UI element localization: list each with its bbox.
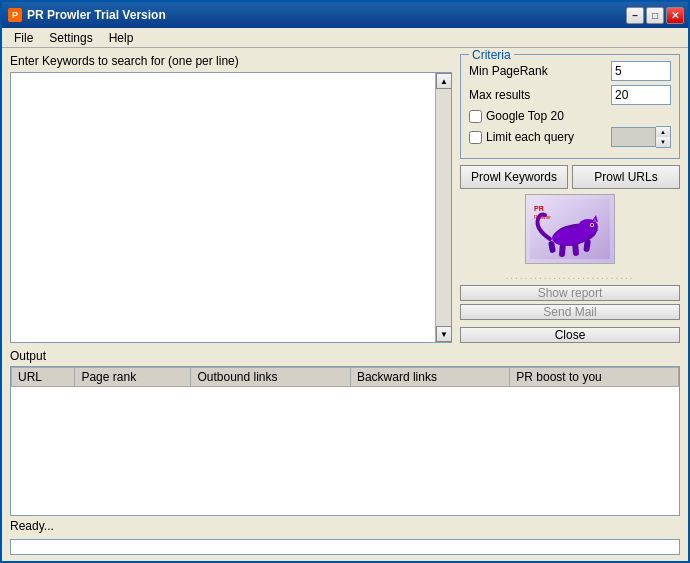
min-pagerank-label: Min PageRank	[469, 64, 548, 78]
col-url: URL	[12, 368, 75, 387]
limit-spinner-wrapper: ▲ ▼	[611, 126, 671, 148]
max-results-label: Max results	[469, 88, 530, 102]
close-button[interactable]: Close	[460, 327, 680, 343]
menu-file[interactable]: File	[6, 29, 41, 47]
title-bar: P PR Prowler Trial Version – □ ✕	[2, 2, 688, 28]
image-area: PR Prowler	[460, 193, 680, 264]
col-pagerank: Page rank	[75, 368, 191, 387]
left-panel: Enter Keywords to search for (one per li…	[10, 54, 452, 343]
keyword-textarea[interactable]	[11, 73, 435, 342]
textarea-scrollbar[interactable]: ▲ ▼	[435, 73, 451, 342]
keyword-label: Enter Keywords to search for (one per li…	[10, 54, 452, 68]
prowl-buttons-row: Prowl Keywords Prowl URLs	[460, 165, 680, 189]
status-bar: Ready...	[2, 516, 688, 536]
menu-bar: File Settings Help	[2, 28, 688, 48]
progress-bar	[10, 539, 680, 555]
window-close-button[interactable]: ✕	[666, 7, 684, 24]
svg-point-7	[591, 223, 593, 225]
output-table: URL Page rank Outbound links Backward li…	[11, 367, 679, 387]
limit-query-label: Limit each query	[486, 130, 574, 144]
criteria-group: Criteria Min PageRank Max results Google…	[460, 54, 680, 159]
scroll-down-btn[interactable]: ▼	[436, 326, 452, 342]
limit-spinner-arrows: ▲ ▼	[656, 126, 671, 148]
table-header-row: URL Page rank Outbound links Backward li…	[12, 368, 679, 387]
title-bar-left: P PR Prowler Trial Version	[8, 8, 166, 22]
dots-separator: ...........................	[460, 270, 680, 281]
output-label: Output	[10, 349, 680, 363]
window-title: PR Prowler Trial Version	[27, 8, 166, 22]
limit-query-checkbox-row: Limit each query	[469, 130, 574, 144]
max-results-input[interactable]	[611, 85, 671, 105]
spinner-down[interactable]: ▼	[656, 137, 670, 147]
app-icon: P	[8, 8, 22, 22]
svg-text:Prowler: Prowler	[534, 214, 551, 220]
limit-spinner-input	[611, 127, 656, 147]
menu-help[interactable]: Help	[101, 29, 142, 47]
min-pagerank-row: Min PageRank	[469, 61, 671, 81]
prowl-image: PR Prowler	[525, 194, 615, 264]
svg-text:PR: PR	[534, 205, 544, 212]
keyword-input-wrapper: ▲ ▼	[10, 72, 452, 343]
prowl-urls-button[interactable]: Prowl URLs	[572, 165, 680, 189]
min-pagerank-input[interactable]	[611, 61, 671, 81]
prowl-keywords-button[interactable]: Prowl Keywords	[460, 165, 568, 189]
criteria-legend: Criteria	[469, 48, 514, 62]
scroll-up-btn[interactable]: ▲	[436, 73, 452, 89]
google-top20-checkbox[interactable]	[469, 110, 482, 123]
panther-svg: PR Prowler	[530, 199, 610, 259]
show-report-button[interactable]: Show report	[460, 285, 680, 301]
scroll-track	[436, 89, 451, 326]
col-pr-boost: PR boost to you	[510, 368, 679, 387]
google-top20-label: Google Top 20	[486, 109, 564, 123]
send-mail-button[interactable]: Send Mail	[460, 304, 680, 320]
spinner-up[interactable]: ▲	[656, 127, 670, 137]
main-window: P PR Prowler Trial Version – □ ✕ File Se…	[0, 0, 690, 563]
col-outbound: Outbound links	[191, 368, 350, 387]
svg-point-8	[595, 228, 598, 230]
main-content: Enter Keywords to search for (one per li…	[2, 48, 688, 349]
limit-query-checkbox[interactable]	[469, 131, 482, 144]
col-backward: Backward links	[350, 368, 509, 387]
output-table-wrapper: URL Page rank Outbound links Backward li…	[10, 366, 680, 516]
full-layout: Enter Keywords to search for (one per li…	[2, 48, 688, 561]
max-results-row: Max results	[469, 85, 671, 105]
maximize-button[interactable]: □	[646, 7, 664, 24]
right-panel: Criteria Min PageRank Max results Google…	[460, 54, 680, 343]
single-buttons: Show report Send Mail Close	[460, 285, 680, 343]
minimize-button[interactable]: –	[626, 7, 644, 24]
status-text: Ready...	[10, 519, 54, 533]
window-controls: – □ ✕	[626, 7, 684, 24]
menu-settings[interactable]: Settings	[41, 29, 100, 47]
limit-query-row: Limit each query ▲ ▼	[469, 126, 671, 148]
progress-bar-wrapper	[2, 536, 688, 561]
google-top20-row: Google Top 20	[469, 109, 671, 123]
output-section: Output URL Page rank Outbound links Back…	[2, 349, 688, 516]
